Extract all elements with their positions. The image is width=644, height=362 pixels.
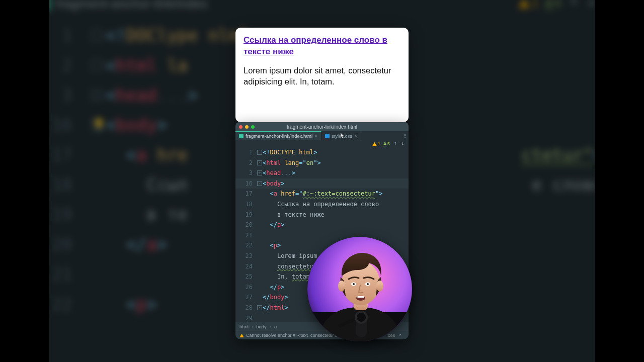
line-number: 25 — [235, 272, 258, 282]
fold-toggle-icon[interactable]: - — [257, 181, 262, 186]
svg-point-9 — [367, 283, 369, 285]
preview-link[interactable]: Ссылка на определенное слово в тексте ни… — [244, 35, 400, 58]
code-line[interactable]: 2-<html lang="en"> — [235, 158, 409, 168]
breadcrumb-separator-icon: › — [270, 324, 271, 329]
editor-tabs: fragment-anchor-link/index.html×styles.c… — [235, 131, 409, 140]
breadcrumb-item[interactable]: a — [274, 324, 277, 329]
code-line[interactable]: 21 — [235, 230, 409, 241]
line-number: 26 — [235, 282, 258, 293]
fold-toggle-icon[interactable]: - — [257, 150, 262, 155]
next-highlight-icon[interactable] — [400, 141, 405, 147]
bg-status: 1 A̲5 — [518, 0, 607, 11]
line-number: 29 — [235, 313, 258, 322]
html-file-icon — [239, 134, 244, 138]
code-line[interactable]: 17 <a href="#:~:text=consectetur"> — [235, 189, 409, 199]
svg-point-7 — [353, 283, 355, 285]
line-number: 1 — [235, 147, 258, 158]
line-number: 22 — [235, 240, 258, 251]
typo-count[interactable]: A̲5 — [383, 141, 390, 146]
line-number: 20 — [235, 220, 258, 230]
close-tab-icon[interactable]: × — [354, 133, 357, 139]
prev-highlight-icon — [568, 0, 580, 11]
line-number: 23 — [235, 251, 258, 261]
editor-status-strip: 1 A̲5 — [235, 140, 409, 147]
line-number: 17 — [235, 189, 258, 199]
css-file-icon — [325, 134, 330, 138]
warning-icon: 1 — [518, 0, 539, 11]
browser-preview: Ссылка на определенное слово в тексте ни… — [235, 28, 409, 122]
line-number: 16 — [235, 178, 258, 189]
code-line[interactable]: 3+<head...> — [235, 168, 409, 178]
breadcrumb-item[interactable]: html — [239, 324, 249, 329]
prev-highlight-icon[interactable] — [393, 141, 397, 147]
tab-options-icon[interactable] — [405, 134, 406, 138]
preview-paragraph: Lorem ipsum dolor sit amet, consectetur … — [244, 65, 400, 87]
svg-point-5 — [376, 281, 383, 292]
typo-count: A̲5 — [545, 0, 561, 11]
svg-rect-11 — [357, 296, 364, 298]
svg-point-14 — [357, 313, 366, 322]
line-number: 28 — [235, 303, 258, 313]
line-number: 19 — [235, 210, 258, 220]
fold-toggle-icon[interactable]: - — [257, 305, 262, 310]
tab-label: styles.css — [332, 133, 352, 139]
fold-toggle-icon[interactable]: + — [257, 170, 262, 175]
letterbox-right — [595, 0, 644, 362]
code-line[interactable]: 20 </a> — [235, 220, 409, 230]
svg-point-4 — [338, 281, 345, 292]
code-line[interactable]: 1-<!DOCTYPE html> — [235, 147, 409, 158]
editor-tab[interactable]: styles.css× — [321, 131, 361, 140]
window-title: fragment-anchor-link/index.html — [235, 124, 409, 130]
close-tab-icon[interactable]: × — [314, 133, 317, 139]
bg-tab: fragment-anchor-link/index — [37, 0, 208, 11]
code-line[interactable]: 18 Ссылка на определенное слово — [235, 199, 409, 210]
line-number: 18 — [235, 199, 258, 210]
editor-titlebar: fragment-anchor-link/index.html — [235, 122, 409, 131]
code-line[interactable]: 19 в тексте ниже — [235, 210, 409, 220]
line-number: 27 — [235, 292, 258, 303]
code-line[interactable]: 16-<body> — [235, 178, 409, 189]
line-number: 21 — [235, 230, 258, 241]
breadcrumb-item[interactable]: body — [256, 324, 267, 329]
line-number: 2 — [235, 158, 258, 168]
warning-icon[interactable]: 1 — [372, 141, 380, 146]
build-icon[interactable] — [398, 333, 403, 338]
fold-toggle-icon[interactable]: - — [257, 160, 262, 165]
tab-label: fragment-anchor-link/index.html — [246, 133, 312, 139]
webcam-overlay — [307, 237, 412, 341]
editor-tab[interactable]: fragment-anchor-link/index.html× — [235, 131, 321, 140]
letterbox-left — [0, 0, 49, 362]
line-number: 24 — [235, 261, 258, 272]
breadcrumb-separator-icon: › — [252, 324, 253, 329]
bg-tab-label: fragment-anchor-link/index — [56, 0, 208, 11]
line-number: 3 — [235, 168, 258, 178]
